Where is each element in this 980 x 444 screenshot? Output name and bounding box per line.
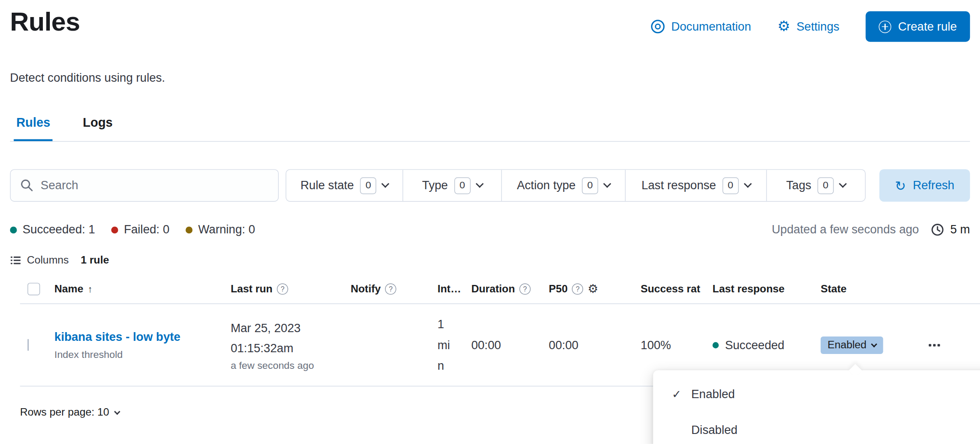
columns-button[interactable]: Columns (27, 254, 69, 267)
filter-count-badge: 0 (360, 177, 376, 194)
row-duration-cell: 00:00 (471, 338, 549, 352)
filter-last-response[interactable]: Last response 0 (625, 170, 766, 201)
tab-rules[interactable]: Rules (14, 111, 52, 141)
help-icon[interactable]: ? (519, 283, 531, 295)
settings-link[interactable]: ⚙ Settings (777, 19, 840, 34)
tab-logs[interactable]: Logs (80, 111, 116, 141)
chevron-down-icon (382, 180, 389, 188)
state-badge-label: Enabled (827, 339, 866, 351)
header-p50-label: P50 (549, 282, 567, 295)
documentation-link[interactable]: Documentation (651, 19, 751, 34)
search-box (10, 169, 279, 201)
select-all-checkbox[interactable] (28, 282, 40, 295)
header-notify-label: Notify (350, 282, 381, 295)
search-input[interactable] (41, 179, 269, 192)
actions-icon[interactable] (929, 343, 980, 346)
row-success-rate-cell: 100% (640, 338, 712, 352)
header-notify: Notify ? (350, 282, 438, 295)
header-select-all (20, 282, 55, 295)
status-row: Succeeded: 1 Failed: 0 Warning: 0 Update… (10, 223, 970, 236)
plus-circle-icon (879, 20, 892, 33)
documentation-label: Documentation (671, 20, 751, 33)
header-actions: Documentation ⚙ Settings Create rule (651, 11, 970, 42)
settings-label: Settings (796, 20, 839, 33)
chevron-down-icon (744, 180, 752, 188)
help-icon[interactable]: ? (572, 283, 584, 295)
refresh-button[interactable]: ↻ Refresh (879, 169, 970, 201)
last-response-value: Succeeded (725, 338, 784, 352)
success-dot-icon (713, 342, 719, 348)
row-last-run-cell: Mar 25, 2023 01:15:32am a few seconds ag… (231, 319, 350, 371)
last-run-time: 01:15:32am (231, 338, 350, 358)
clock-icon (931, 223, 945, 236)
gear-icon[interactable]: ⚙ (588, 283, 598, 295)
row-actions-cell (929, 343, 980, 346)
refresh-interval-label: 5 m (950, 223, 970, 236)
popover-item-label: Disabled (691, 423, 738, 437)
rule-name-link[interactable]: kibana sites - low byte (54, 330, 225, 343)
row-checkbox[interactable] (28, 339, 29, 350)
row-state-cell: Enabled (821, 336, 929, 354)
warning-dot-icon (186, 226, 192, 233)
popover-item-disabled[interactable]: Disabled (653, 412, 980, 444)
filter-label: Rule state (301, 179, 354, 192)
documentation-icon (651, 19, 665, 34)
last-run-date: Mar 25, 2023 (231, 319, 350, 339)
row-select-cell (20, 339, 55, 350)
state-badge[interactable]: Enabled (821, 336, 883, 354)
check-icon: ✓ (672, 387, 691, 401)
rows-per-page-label: Rows per page: 10 (20, 406, 109, 419)
status-failed-label: Failed: 0 (124, 223, 169, 236)
chevron-down-icon (871, 341, 877, 347)
row-name-cell: kibana sites - low byte Index threshold (54, 330, 231, 360)
popover-item-enabled[interactable]: ✓ Enabled (653, 376, 980, 412)
rules-table: Name ↑ Last run ? Notify ? Int… Duration… (20, 274, 980, 386)
filter-type[interactable]: Type 0 (402, 170, 501, 201)
rule-type-label: Index threshold (54, 349, 231, 360)
header-state-label: State (821, 282, 847, 295)
status-succeeded: Succeeded: 1 (10, 223, 95, 236)
header-name-label: Name (54, 282, 83, 295)
header-success-rate-label: Success rat (640, 282, 700, 295)
filter-tags[interactable]: Tags 0 (766, 170, 865, 201)
rule-count: 1 rule (80, 254, 109, 267)
page-title: Rules (10, 6, 80, 37)
help-icon[interactable]: ? (277, 283, 288, 295)
filter-action-type[interactable]: Action type 0 (501, 170, 625, 201)
status-succeeded-label: Succeeded: 1 (22, 223, 95, 236)
row-p50-cell: 00:00 (549, 338, 640, 352)
header-name[interactable]: Name ↑ (54, 282, 231, 295)
state-popover: ✓ Enabled Disabled (653, 370, 980, 444)
success-dot-icon (10, 226, 17, 233)
status-warning-label: Warning: 0 (198, 223, 255, 236)
header-last-response-label: Last response (713, 282, 785, 295)
filter-rule-state[interactable]: Rule state 0 (286, 170, 402, 201)
header-duration-label: Duration (471, 282, 515, 295)
page-subtitle: Detect conditions using rules. (10, 70, 970, 85)
last-run-relative: a few seconds ago (231, 360, 350, 371)
header-duration: Duration ? (471, 282, 549, 295)
filter-count-badge: 0 (582, 177, 598, 194)
header-last-response: Last response (713, 282, 821, 295)
help-icon[interactable]: ? (385, 283, 396, 295)
refresh-label: Refresh (913, 179, 954, 192)
header-p50: P50 ? ⚙ (549, 282, 640, 295)
header-success-rate: Success rat (640, 282, 712, 295)
header-interval: Int… (438, 282, 471, 295)
chevron-down-icon (839, 180, 847, 188)
gear-icon: ⚙ (777, 19, 790, 34)
header-state: State (821, 282, 929, 295)
header-last-run: Last run ? (231, 282, 350, 295)
rules-page: Rules Documentation ⚙ Settings (0, 0, 980, 444)
filter-label: Type (422, 179, 448, 192)
chevron-down-icon (114, 408, 120, 414)
filter-label: Last response (641, 179, 716, 192)
refresh-interval[interactable]: 5 m (931, 223, 970, 236)
failed-dot-icon (112, 226, 119, 233)
create-rule-button[interactable]: Create rule (866, 11, 970, 42)
sort-ascending-icon: ↑ (88, 284, 92, 294)
filter-group: Rule state 0 Type 0 Action type 0 Last r… (286, 169, 866, 201)
tab-bar: Rules Logs (10, 111, 970, 142)
table-header-row: Name ↑ Last run ? Notify ? Int… Duration… (20, 274, 980, 304)
status-failed: Failed: 0 (112, 223, 170, 236)
